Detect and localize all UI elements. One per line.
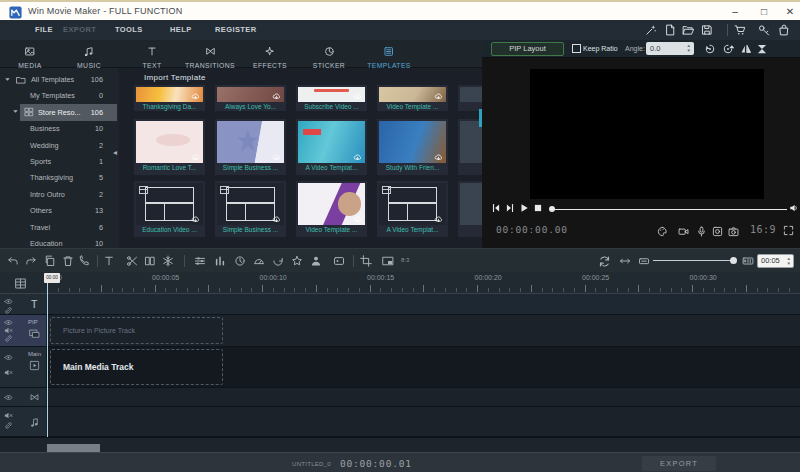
pip-layout-button[interactable]: PIP Layout [491,42,564,56]
import-template-button[interactable]: Import Template [144,73,206,82]
sidebar-item-wedding[interactable]: Wedding2 [0,137,119,153]
template-item-partial[interactable] [458,119,482,175]
template-item[interactable]: Romantic Love T... [134,119,205,175]
add-text-icon[interactable] [103,255,115,267]
transition-track-header[interactable] [0,388,46,407]
template-item-partial[interactable] [458,85,482,111]
template-item[interactable]: A Video Templat... [296,119,367,175]
mute-icon[interactable] [4,368,13,377]
open-folder-icon[interactable] [682,24,694,36]
menu-export[interactable]: EXPORT [63,20,96,40]
pip-track-header[interactable]: PIP [0,315,46,347]
menu-help[interactable]: HELP [170,20,192,40]
save-icon[interactable] [701,24,713,36]
main-track-lane[interactable]: Main Media Track [46,347,800,388]
link-icon[interactable] [4,306,13,315]
fullscreen-icon[interactable] [783,225,794,236]
template-item[interactable]: Simple Business ... [215,119,286,175]
sidebar-item-store-reso[interactable]: Store Reso...106 [0,104,119,120]
flip-vertical-icon[interactable] [756,43,768,55]
rotate-ccw-icon[interactable] [704,43,716,55]
menu-file[interactable]: FILE [35,20,53,40]
motion-tracking-icon[interactable] [310,255,322,267]
rotate-icon[interactable] [272,255,284,267]
audio-adjust-icon[interactable] [214,255,226,267]
record-screen-icon[interactable] [333,255,345,267]
speed-icon[interactable] [253,255,265,267]
menu-tools[interactable]: TOOLS [115,20,143,40]
caret-down-icon[interactable] [12,108,19,115]
tab-text[interactable]: TEXT [143,43,162,69]
sidebar-item-business[interactable]: Business10 [0,121,119,137]
sidebar-item-my-templates[interactable]: My Templates0 [0,88,119,104]
close-button[interactable]: ✕ [781,4,799,20]
caret-down-icon[interactable] [4,76,11,83]
timeline-ruler[interactable]: 00:0000:00:0500:00:1000:00:1500:00:2000:… [0,272,800,294]
crop-icon[interactable] [360,255,372,267]
mute-icon[interactable] [4,411,13,420]
sidebar-item-travel[interactable]: Travel6 [0,219,119,235]
delete-icon[interactable] [62,255,74,267]
detach-icon[interactable] [144,255,156,267]
minimize-button[interactable]: – [726,4,744,20]
pip-track-lane[interactable]: Picture in Picture Track [46,315,800,347]
sidebar-item-sports[interactable]: Sports1 [0,153,119,169]
eye-icon[interactable] [4,353,13,362]
bag-icon[interactable] [778,24,790,36]
timeline-zoom-slider[interactable] [653,260,733,261]
timeline-zoom-handle[interactable] [730,257,737,264]
cart-icon[interactable] [734,24,746,36]
transition-track-lane[interactable] [46,388,800,407]
text-track-lane[interactable] [46,294,800,315]
template-item[interactable]: Subscribe Video ... [296,85,367,111]
audio-mixer-icon[interactable] [194,255,206,267]
manage-tracks-icon[interactable] [14,277,27,290]
tab-sticker[interactable]: STICKER [313,43,345,69]
template-item[interactable]: Always Love Yo... [215,85,286,111]
flip-horizontal-icon[interactable] [740,43,752,55]
color-palette-icon[interactable] [657,226,668,237]
export-button[interactable]: EXPORT [642,456,716,471]
template-item-partial[interactable] [458,181,482,237]
pip-track-placeholder[interactable]: Picture in Picture Track [50,317,223,344]
playhead-flag[interactable]: 00:00 [44,273,60,283]
redo-icon[interactable] [25,255,37,267]
face-detect-icon[interactable] [712,226,723,237]
copy-icon[interactable] [44,255,56,267]
fit-timeline-icon[interactable] [619,255,631,267]
wand-icon[interactable] [645,24,657,36]
audio-track-header[interactable] [0,407,46,437]
template-item[interactable]: Video Template ... [377,85,448,111]
eye-icon[interactable] [4,297,13,306]
tab-templates[interactable]: TEMPLATES [367,43,411,69]
undo-icon[interactable] [7,255,19,267]
zoom-out-icon[interactable] [638,255,650,267]
template-item[interactable]: Thanksgiving Da... [134,85,205,111]
camcorder-icon[interactable] [678,226,689,237]
menu-register[interactable]: REGISTER [215,20,257,40]
sidebar-item-all-templates[interactable]: All Templates106 [0,72,119,88]
tab-media[interactable]: MEDIA [18,43,42,69]
pip-icon[interactable] [382,255,394,267]
volume-icon[interactable] [789,203,799,213]
play-button[interactable] [519,203,529,213]
tab-music[interactable]: MUSIC [77,43,101,69]
rotate-cw-icon[interactable] [722,43,734,55]
seek-bar[interactable] [555,209,787,211]
playhead-line[interactable] [47,282,48,437]
timeline-scrollbar-handle[interactable] [47,444,100,452]
microphone-icon[interactable] [696,226,707,237]
zoom-in-icon[interactable] [742,255,754,267]
main-track-placeholder[interactable]: Main Media Track [50,349,223,385]
duration-icon[interactable] [234,255,246,267]
next-frame-button[interactable] [505,203,515,213]
sidebar-item-thanksgiving[interactable]: Thanksgiving5 [0,170,119,186]
tab-effects[interactable]: EFFECTS [253,43,287,69]
text-track-header[interactable]: T [0,294,46,315]
template-item[interactable]: Study With Frien... [377,119,448,175]
duration-input[interactable]: 00:05▲▼ [757,254,794,268]
sidebar-collapse-icon[interactable]: ◂ [113,148,117,157]
key-icon[interactable] [758,24,770,36]
template-item[interactable]: Education Video ... [134,181,205,237]
eye-icon[interactable] [4,393,13,402]
